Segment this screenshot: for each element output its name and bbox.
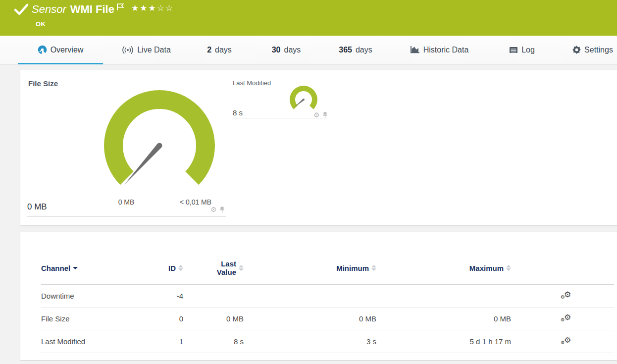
- secondary-gauge-divider: [233, 118, 327, 118]
- cell-minimum: 3 s: [366, 337, 376, 346]
- secondary-gauge-title: Last Modified: [233, 79, 271, 87]
- active-tab-underline: [18, 63, 103, 64]
- sort-icon: [371, 265, 376, 271]
- file-size-gauge: [103, 90, 215, 202]
- cell-maximum: 0 MB: [494, 314, 511, 323]
- cell-channel: Downtime: [41, 292, 145, 300]
- pin-icon[interactable]: [219, 207, 225, 213]
- tab-log[interactable]: Log: [502, 36, 542, 64]
- tab-365-days[interactable]: 365 days: [336, 36, 375, 64]
- column-header-minimum[interactable]: Minimum: [336, 264, 376, 272]
- status-check-icon: [14, 3, 29, 16]
- flag-icon[interactable]: [116, 3, 124, 11]
- sort-icon: [178, 265, 183, 271]
- tab-overview-label: Overview: [51, 46, 84, 54]
- secondary-gauge-actions: ⚙: [313, 111, 328, 118]
- column-header-maximum[interactable]: Maximum: [469, 264, 511, 272]
- channel-settings-gears-icon[interactable]: ⚙⚙: [561, 337, 572, 347]
- column-header-id[interactable]: ID: [168, 264, 183, 272]
- settings-gear-icon: [572, 46, 581, 54]
- tab-365-days-number: 365: [339, 46, 352, 54]
- cell-id: 0: [179, 314, 183, 323]
- tab-overview[interactable]: Overview: [18, 36, 103, 64]
- gauge-scale-max: < 0,01 MB: [173, 198, 218, 206]
- tab-live-data-label: Live Data: [137, 46, 171, 54]
- primary-gauge-title: File Size: [28, 79, 58, 88]
- sort-icon: [506, 265, 511, 271]
- tab-settings[interactable]: Settings: [572, 36, 613, 64]
- cell-channel: Last Modified: [41, 337, 145, 346]
- cell-last-value: 0 MB: [226, 314, 244, 323]
- tab-2-days[interactable]: 2 days: [200, 36, 239, 64]
- table-row-file-size[interactable]: File Size 0 0 MB 0 MB 0 MB ⚙⚙: [41, 308, 614, 330]
- tab-2-days-label: days: [215, 46, 232, 54]
- primary-gauge-actions: ⚙: [210, 206, 225, 213]
- tab-log-label: Log: [521, 46, 535, 54]
- gauge-scale-min: 0 MB: [104, 198, 149, 206]
- gauge-settings-icon[interactable]: ⚙: [210, 206, 217, 213]
- channels-table-header: Channel ID Last Value Minimum Maximum: [41, 252, 614, 285]
- tab-2-days-number: 2: [207, 46, 211, 54]
- sensor-title-row: Sensor WMI File ★★★☆☆: [14, 3, 174, 16]
- sensor-page: Sensor WMI File ★★★☆☆ OK Overview Live: [0, 0, 617, 364]
- last-modified-gauge: [289, 85, 318, 114]
- cell-id: 1: [179, 337, 183, 346]
- tab-settings-label: Settings: [584, 46, 613, 54]
- channels-table: Channel ID Last Value Minimum Maximum: [41, 252, 614, 353]
- column-label: Minimum: [336, 264, 369, 272]
- cell-minimum: 0 MB: [359, 314, 376, 323]
- tab-30-days[interactable]: 30 days: [266, 36, 306, 64]
- tab-historic-data[interactable]: Historic Data: [407, 36, 471, 64]
- table-row-downtime[interactable]: Downtime -4 ⚙⚙: [41, 285, 614, 308]
- cell-channel: File Size: [41, 314, 145, 323]
- cell-id: -4: [177, 292, 183, 300]
- column-label: ID: [168, 264, 176, 272]
- sort-icon: [239, 265, 244, 271]
- file-size-value: 0 MB: [27, 202, 47, 212]
- column-label: Last Value: [210, 260, 236, 276]
- channel-settings-gears-icon[interactable]: ⚙⚙: [561, 291, 572, 301]
- tab-historic-data-label: Historic Data: [423, 46, 469, 54]
- log-icon: [509, 47, 518, 53]
- sensor-kind-label: Sensor: [32, 3, 66, 16]
- tabbar: Overview Live Data 2 days 30 days 365 da…: [0, 36, 617, 64]
- column-label: Maximum: [469, 264, 504, 272]
- gauge-icon: [38, 45, 47, 54]
- sensor-name: WMI File: [70, 3, 114, 16]
- tab-30-days-number: 30: [272, 46, 281, 54]
- priority-stars[interactable]: ★★★☆☆: [131, 3, 174, 13]
- status-badge: OK: [36, 20, 46, 28]
- column-header-last-value[interactable]: Last Value: [210, 260, 244, 276]
- cell-last-value: 8 s: [234, 337, 244, 346]
- gauges-panel: File Size 0 MB < 0,01 MB 0 MB ⚙ Last Mod…: [20, 70, 617, 225]
- pin-icon[interactable]: [322, 112, 328, 118]
- last-modified-value: 8 s: [233, 108, 243, 117]
- primary-gauge-divider: [27, 216, 226, 217]
- live-data-icon: [122, 46, 134, 54]
- channel-settings-gears-icon[interactable]: ⚙⚙: [561, 314, 572, 324]
- sort-desc-icon: [73, 267, 78, 269]
- tab-live-data[interactable]: Live Data: [116, 36, 176, 64]
- gauge-settings-icon[interactable]: ⚙: [313, 111, 320, 118]
- table-row-last-modified[interactable]: Last Modified 1 8 s 3 s 5 d 1 h 17 m ⚙⚙: [41, 330, 614, 353]
- tab-365-days-label: days: [356, 46, 372, 54]
- tab-30-days-label: days: [284, 46, 301, 54]
- channels-panel: Channel ID Last Value Minimum Maximum: [20, 232, 617, 360]
- column-header-channel[interactable]: Channel: [41, 264, 145, 272]
- gauge-needle: [124, 144, 161, 185]
- sensor-header: Sensor WMI File ★★★☆☆ OK: [0, 0, 617, 36]
- column-label: Channel: [41, 264, 70, 272]
- area-chart-icon: [410, 46, 420, 53]
- cell-maximum: 5 d 1 h 17 m: [470, 337, 511, 346]
